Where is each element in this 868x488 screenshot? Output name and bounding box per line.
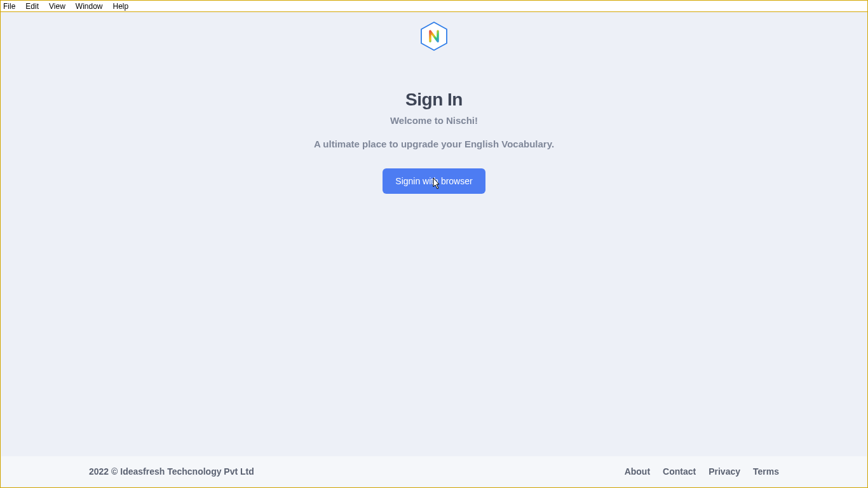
welcome-text: Welcome to Nischi!	[390, 115, 478, 126]
app-logo	[419, 21, 449, 51]
menu-view[interactable]: View	[44, 2, 71, 11]
menu-file[interactable]: File	[2, 2, 20, 11]
footer-links: About Contact Privacy Terms	[625, 466, 779, 477]
menubar: File Edit View Window Help	[1, 1, 867, 12]
footer-link-terms[interactable]: Terms	[753, 466, 779, 477]
page-title: Sign In	[405, 90, 463, 110]
copyright-text: 2022 © Ideasfresh Techcnology Pvt Ltd	[89, 466, 254, 477]
footer-link-privacy[interactable]: Privacy	[709, 466, 740, 477]
footer-link-about[interactable]: About	[625, 466, 650, 477]
signin-with-browser-button[interactable]: Signin with browser	[383, 168, 485, 194]
menu-window[interactable]: Window	[71, 2, 108, 11]
footer: 2022 © Ideasfresh Techcnology Pvt Ltd Ab…	[1, 456, 867, 487]
menu-edit[interactable]: Edit	[20, 2, 44, 11]
tagline-text: A ultimate place to upgrade your English…	[314, 139, 554, 149]
main-content: Sign In Welcome to Nischi! A ultimate pl…	[1, 12, 867, 456]
logo-hexagon-icon	[419, 21, 449, 51]
menu-help[interactable]: Help	[108, 2, 134, 11]
footer-link-contact[interactable]: Contact	[663, 466, 696, 477]
